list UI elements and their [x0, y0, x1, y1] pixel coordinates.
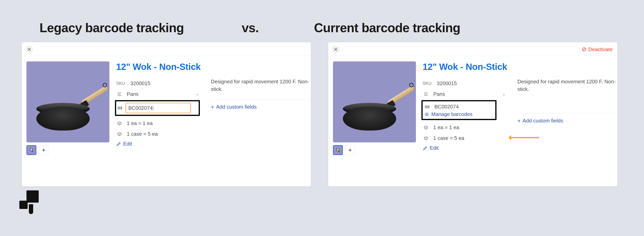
barcode-row: BC002074 — [424, 102, 493, 111]
uom-row-1: 1 ea = 1 ea — [116, 118, 203, 128]
legacy-card: 🍳 + 12" Wok - Non-Stick SKU 3200015 — [22, 42, 311, 186]
package-icon — [422, 124, 429, 130]
heading-current: Current barcode tracking — [314, 20, 460, 35]
barcode-input[interactable]: BC002074 — [126, 103, 191, 113]
add-custom-fields-button[interactable]: + Add custom fields — [211, 103, 310, 111]
close-button[interactable] — [25, 46, 33, 53]
manage-barcodes-button[interactable]: Manage barcodes — [424, 111, 493, 117]
add-custom-fields-button[interactable]: + Add custom fields — [518, 117, 616, 125]
edit-label: Edit — [430, 145, 438, 151]
description-text: Designed for rapid movement 1200 F. Non-… — [211, 78, 310, 96]
add-custom-label: Add custom fields — [216, 103, 256, 111]
pencil-icon — [116, 142, 121, 146]
close-icon — [27, 47, 32, 52]
category-icon — [422, 91, 429, 97]
text-cursor — [153, 106, 153, 110]
add-custom-label: Add custom fields — [522, 117, 563, 124]
description-text: Designed for rapid movement 1200 F. Non-… — [518, 78, 616, 96]
category-icon — [116, 91, 123, 97]
barcode-icon — [117, 106, 122, 110]
uom-value-1: 1 ea = 1 ea — [127, 120, 153, 126]
barcode-highlight-legacy: BC002074 — [115, 100, 200, 116]
current-card: Deactivate 🍳 + 12" Wok - Non-Stick — [328, 42, 617, 186]
category-value: Pans — [433, 91, 445, 97]
manage-barcodes-label: Manage barcodes — [431, 111, 472, 117]
gear-icon — [424, 112, 429, 117]
package-icon — [422, 135, 429, 141]
edit-label: Edit — [123, 141, 132, 147]
sku-label: SKU — [422, 81, 433, 86]
heading-legacy: Legacy barcode tracking — [40, 20, 184, 35]
sku-label: SKU — [116, 81, 126, 86]
plus-icon: + — [518, 117, 520, 125]
sku-row: SKU 3200015 — [422, 78, 510, 89]
sku-value: 3200015 — [437, 80, 457, 86]
add-image-button[interactable]: + — [345, 145, 355, 155]
uom-value-1: 1 ea = 1 ea — [433, 124, 459, 130]
category-value: Pans — [127, 91, 138, 97]
heading-vs: vs. — [242, 20, 259, 35]
uom-value-2: 1 case = 5 ea — [127, 131, 158, 137]
product-title: 12" Wok - Non-Stick — [422, 62, 617, 72]
close-button[interactable] — [332, 46, 340, 53]
barcode-input-value: BC002074 — [128, 105, 153, 111]
sku-row: SKU 3200015 — [116, 78, 203, 89]
category-row[interactable]: Pans ⌄ — [116, 89, 203, 99]
product-thumb-1[interactable]: 🍳 — [26, 145, 36, 155]
product-thumb-1[interactable]: 🍳 — [333, 145, 343, 155]
sku-value: 3200015 — [130, 80, 150, 86]
prohibit-icon — [582, 47, 587, 52]
deactivate-label: Deactivate — [588, 46, 612, 52]
svg-point-1 — [426, 113, 428, 115]
barcode-value: BC002074 — [434, 104, 459, 110]
product-image — [333, 62, 416, 142]
close-icon — [333, 47, 338, 52]
annotation-arrow — [510, 137, 539, 138]
add-image-button[interactable]: + — [39, 145, 48, 155]
package-icon — [116, 131, 123, 137]
edit-button[interactable]: Edit — [116, 141, 203, 147]
product-image — [26, 62, 110, 142]
deactivate-button[interactable]: Deactivate — [582, 46, 612, 52]
plus-icon: + — [211, 103, 214, 111]
pencil-icon — [422, 146, 428, 151]
barcode-highlight-current: BC002074 Manage barcodes — [422, 100, 496, 120]
barcode-icon — [424, 104, 430, 110]
chevron-down-icon: ⌄ — [196, 92, 199, 96]
uom-row-2: 1 case = 5 ea — [116, 128, 203, 139]
uom-row-2: 1 case = 5 ea — [422, 133, 510, 144]
chevron-down-icon: ⌄ — [502, 92, 506, 96]
product-title: 12" Wok - Non-Stick — [116, 62, 311, 72]
package-icon — [116, 120, 123, 126]
edit-button[interactable]: Edit — [422, 145, 510, 151]
uom-value-2: 1 case = 5 ea — [433, 135, 464, 141]
category-row[interactable]: Pans ⌄ — [422, 89, 510, 99]
uom-row-1: 1 ea = 1 ea — [422, 122, 510, 133]
logo-icon — [18, 190, 42, 218]
